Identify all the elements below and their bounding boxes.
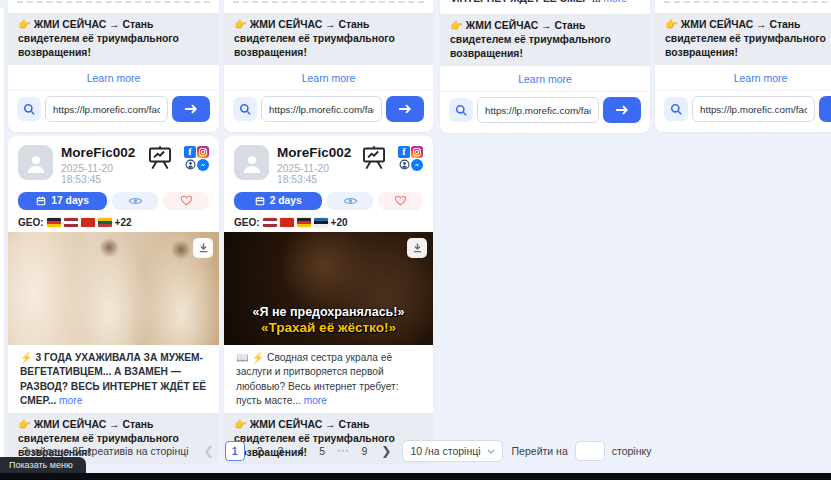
facebook-icon xyxy=(398,146,410,158)
ad-cta-headline: 👉 ЖМИ СЕЙЧАС → Стань свидетелем её триум… xyxy=(224,13,433,65)
next-page-chevron[interactable]: ❯ xyxy=(379,444,393,458)
creative-card-1: MoreFic002 2025-11-20 18:53:45 xyxy=(8,136,219,463)
instagram-icon xyxy=(411,146,423,158)
learn-more-link[interactable]: Learn more xyxy=(655,65,831,90)
profile-header: MoreFic002 2025-11-20 18:53:45 xyxy=(8,136,219,187)
arrow-right-icon xyxy=(615,105,629,115)
search-icon-button[interactable] xyxy=(664,97,688,121)
flag-lithuania-icon xyxy=(98,218,112,227)
search-icon xyxy=(670,103,683,116)
search-icon-button[interactable] xyxy=(233,97,257,121)
ad-cta-headline: 👉 ЖМИ СЕЙЧАС → Стань свидетелем её триум… xyxy=(8,13,219,65)
landing-url-input[interactable] xyxy=(692,96,815,122)
preview-eye-button[interactable] xyxy=(327,192,372,210)
open-landing-button[interactable] xyxy=(819,96,831,122)
landing-url-row xyxy=(224,90,433,126)
flag-estonia-icon xyxy=(314,218,328,227)
download-image-button[interactable] xyxy=(407,238,427,258)
download-image-button[interactable] xyxy=(193,238,213,258)
open-landing-button[interactable] xyxy=(386,96,424,122)
advertiser-name: MoreFic002 xyxy=(61,145,145,161)
creative-card-2: MoreFic002 2025-11-20 18:53:45 xyxy=(224,136,433,463)
learn-more-link[interactable]: Learn more xyxy=(440,66,650,91)
pages-ellipsis[interactable]: ••• xyxy=(337,446,349,456)
search-icon-button[interactable] xyxy=(17,97,41,121)
ad-card-top-4: 👉 ЖМИ СЕЙЧАС → Стань свидетелем её триум… xyxy=(655,0,831,132)
per-page-select[interactable]: 10 /на сторінці xyxy=(402,440,502,462)
landing-url-row xyxy=(655,90,831,126)
open-landing-button[interactable] xyxy=(172,96,210,122)
page-1-active[interactable]: 1 xyxy=(225,441,245,461)
learn-more-link[interactable]: Learn more xyxy=(224,65,433,90)
arrow-right-icon xyxy=(184,104,198,114)
messenger-icon xyxy=(197,159,209,171)
landing-url-row xyxy=(440,91,650,127)
more-link[interactable]: more xyxy=(604,0,627,4)
ad-cta-headline: 👉 ЖМИ СЕЙЧАС → Стань свидетелем её триум… xyxy=(655,13,831,65)
heart-icon xyxy=(180,195,193,206)
placements-badges xyxy=(398,146,423,171)
bottom-bar xyxy=(0,473,831,480)
creative-column-2: 👉 ЖМИ СЕЙЧАС → Стань свидетелем её триум… xyxy=(224,0,433,463)
avatar xyxy=(18,145,53,180)
advertiser-name: MoreFic002 xyxy=(277,145,359,161)
dashed-divider xyxy=(233,1,424,3)
search-icon xyxy=(239,103,252,116)
favorite-heart-button[interactable] xyxy=(163,192,209,210)
creative-image[interactable] xyxy=(8,232,219,345)
search-icon-button[interactable] xyxy=(449,98,473,122)
goto-page-input[interactable] xyxy=(575,441,605,461)
ad-card-top-2: 👉 ЖМИ СЕЙЧАС → Стань свидетелем её триум… xyxy=(224,0,433,132)
geo-label: GEO: xyxy=(234,217,260,228)
page-2[interactable]: 2 xyxy=(254,445,266,457)
ad-card-top-1: 👉 ЖМИ СЕЙЧАС → Стань свидетелем её триум… xyxy=(8,0,219,132)
geo-flags xyxy=(47,218,112,227)
learn-more-link[interactable]: Learn more xyxy=(8,65,219,90)
search-icon xyxy=(455,104,468,117)
more-link[interactable]: more xyxy=(304,395,327,406)
ad-cta-headline: 👉 ЖМИ СЕЙЧАС → Стань свидетелем её триум… xyxy=(440,14,650,66)
left-edge-rail xyxy=(0,8,4,460)
ad-card-top-3: ИНТЕРНЕТ ЖДЁТ ЕЁ СМЕР ... more 👉 ЖМИ СЕЙ… xyxy=(440,0,650,133)
creative-datetime: 2025-11-20 18:53:45 xyxy=(61,163,145,185)
presentation-chart-icon[interactable] xyxy=(145,145,175,171)
landing-url-input[interactable] xyxy=(45,96,168,122)
image-overlay-text: «Я не предохранялась!» «Трахай её жёстко… xyxy=(224,305,433,335)
landing-url-input[interactable] xyxy=(261,96,382,122)
more-link[interactable]: more xyxy=(59,395,82,406)
show-menu-button[interactable]: Показать меню xyxy=(0,457,86,473)
goto-page-label-prefix: Перейти на xyxy=(512,445,568,457)
flag-morocco-icon xyxy=(81,218,95,227)
favorite-heart-button[interactable] xyxy=(378,192,423,210)
eye-icon xyxy=(343,196,358,206)
flag-morocco-icon xyxy=(280,218,294,227)
creative-image[interactable]: «Я не предохранялась!» «Трахай её жёстко… xyxy=(224,232,433,345)
creative-datetime: 2025-11-20 18:53:45 xyxy=(277,163,359,185)
preview-eye-button[interactable] xyxy=(112,192,158,210)
page-3[interactable]: 3 xyxy=(275,445,287,457)
messenger-icon xyxy=(411,159,423,171)
arrow-right-icon xyxy=(398,104,412,114)
creative-description: ⚡ 3 ГОДА УХАЖИВАЛА ЗА МУЖЕМ-ВЕГЕТАТИВЦЕМ… xyxy=(8,345,219,413)
landing-url-input[interactable] xyxy=(477,97,599,123)
download-icon xyxy=(198,242,209,253)
person-icon xyxy=(24,151,48,175)
geo-flags xyxy=(263,218,328,227)
creative-description: 📖 ⚡ Сводная сестра украла её заслуги и п… xyxy=(224,345,433,413)
page-4[interactable]: 4 xyxy=(295,445,307,457)
days-active-button[interactable]: 2 days xyxy=(234,192,322,210)
eye-icon xyxy=(128,196,143,206)
results-count-text: Знайдено 85 креативів на сторінці xyxy=(22,445,189,457)
page-9[interactable]: 9 xyxy=(358,445,370,457)
facebook-icon xyxy=(184,146,196,158)
audience-network-icon xyxy=(398,159,410,171)
flag-germany-icon xyxy=(47,218,61,227)
creative-column-3: ИНТЕРНЕТ ЖДЁТ ЕЁ СМЕР ... more 👉 ЖМИ СЕЙ… xyxy=(440,0,650,133)
geo-more-count: +22 xyxy=(115,217,132,228)
dashed-divider xyxy=(17,1,210,3)
prev-page-chevron[interactable]: ❮ xyxy=(202,444,216,458)
open-landing-button[interactable] xyxy=(603,97,641,123)
days-active-button[interactable]: 17 days xyxy=(18,192,107,210)
page-5[interactable]: 5 xyxy=(316,445,328,457)
presentation-chart-icon[interactable] xyxy=(359,145,389,171)
